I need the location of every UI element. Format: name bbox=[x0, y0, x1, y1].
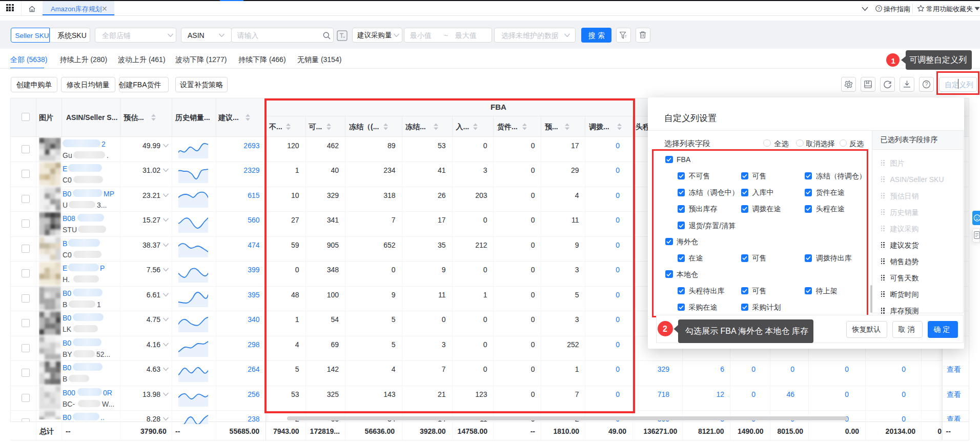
svg-text:?: ? bbox=[925, 82, 928, 87]
svg-text:?: ? bbox=[877, 7, 880, 11]
